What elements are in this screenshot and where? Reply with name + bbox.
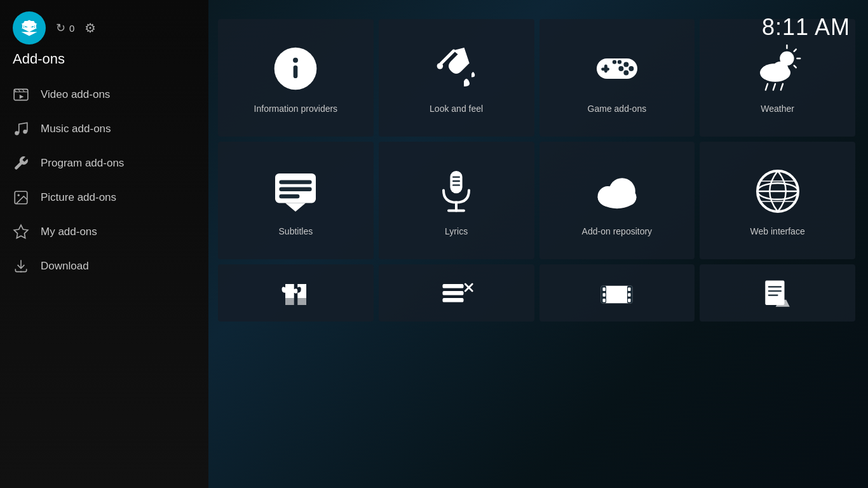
download-label: Download: [41, 260, 89, 273]
lyrics-icon: [431, 166, 482, 217]
grid-item-subtitles[interactable]: Subtitles: [218, 142, 374, 259]
sidebar: ↻ 0 ⚙ Add-ons Video add-ons: [0, 0, 208, 488]
svg-rect-16: [294, 65, 298, 78]
svg-rect-1: [14, 89, 28, 100]
partial-item-4[interactable]: [700, 264, 855, 322]
download-icon: [13, 258, 29, 274]
cloud-icon: [592, 166, 642, 217]
svg-line-30: [794, 50, 796, 51]
puzzle-icon: [278, 277, 313, 312]
subtitles-icon: [270, 166, 321, 217]
svg-line-32: [794, 66, 796, 68]
partial-item-3[interactable]: [539, 264, 695, 322]
weather-icon: [752, 43, 803, 94]
svg-point-15: [293, 58, 298, 63]
sidebar-item-video-addons[interactable]: Video add-ons: [0, 78, 208, 112]
refresh-icon[interactable]: ↻: [56, 21, 65, 35]
subtitles-label: Subtitles: [279, 226, 313, 237]
svg-rect-71: [628, 293, 630, 297]
page-icon: [760, 277, 795, 312]
weather-label: Weather: [761, 103, 794, 114]
program-icon: [13, 155, 29, 172]
grid-item-lyrics[interactable]: Lyrics: [379, 142, 534, 259]
sidebar-item-program-addons[interactable]: Program add-ons: [0, 146, 208, 180]
addon-repository-label: Add-on repository: [582, 226, 653, 237]
sidebar-item-music-addons[interactable]: Music add-ons: [0, 112, 208, 146]
partial-item-2[interactable]: [379, 264, 534, 322]
film-strip-icon: [599, 277, 634, 312]
partial-item-1[interactable]: [218, 264, 374, 322]
svg-rect-61: [442, 298, 463, 302]
svg-point-24: [623, 71, 628, 76]
svg-point-13: [20, 271, 22, 273]
grid-item-game-addons[interactable]: Game add-ons: [539, 19, 695, 137]
globe-icon: [752, 166, 803, 217]
music-addons-label: Music add-ons: [41, 123, 111, 135]
sidebar-header: ↻ 0 ⚙: [0, 0, 208, 51]
openbox-icon: [20, 18, 39, 37]
gamepad-icon: [592, 43, 642, 94]
page-title: Add-ons: [0, 51, 208, 78]
svg-rect-69: [603, 299, 606, 302]
svg-point-26: [613, 60, 616, 64]
picture-addons-label: Picture add-ons: [41, 191, 116, 204]
sidebar-item-picture-addons[interactable]: Picture add-ons: [0, 180, 208, 215]
main-content: 8:11 AM Information providers: [208, 0, 868, 488]
svg-point-22: [623, 62, 628, 67]
svg-rect-60: [442, 291, 463, 295]
svg-point-53: [620, 189, 637, 206]
lyrics-label: Lyrics: [445, 226, 468, 237]
svg-point-23: [628, 66, 634, 71]
svg-marker-43: [285, 203, 306, 212]
svg-point-35: [772, 62, 789, 78]
program-addons-label: Program add-ons: [41, 157, 124, 170]
svg-line-36: [765, 84, 767, 90]
svg-rect-67: [603, 288, 606, 292]
info-circle-icon: [270, 43, 321, 94]
sidebar-item-my-addons[interactable]: My add-ons: [0, 215, 208, 249]
look-and-feel-label: Look and feel: [430, 103, 483, 114]
svg-rect-41: [280, 187, 312, 191]
game-addons-label: Game add-ons: [588, 103, 647, 114]
grid-item-addon-repository[interactable]: Add-on repository: [539, 142, 695, 259]
svg-point-9: [23, 130, 27, 134]
svg-point-8: [15, 131, 19, 135]
svg-rect-70: [628, 288, 630, 292]
sidebar-item-download[interactable]: Download: [0, 249, 208, 283]
svg-rect-40: [280, 180, 312, 184]
music-icon: [13, 121, 29, 137]
grid-item-look-and-feel[interactable]: Look and feel: [379, 19, 534, 137]
look-feel-icon: [431, 43, 482, 94]
svg-point-11: [18, 194, 20, 196]
svg-rect-59: [442, 284, 463, 288]
addon-icon: [13, 11, 46, 44]
svg-rect-21: [601, 68, 609, 71]
star-icon: [13, 224, 29, 240]
addon-grid: Information providers Look and feel: [218, 19, 855, 259]
svg-rect-68: [603, 293, 606, 297]
svg-line-37: [773, 84, 775, 90]
refresh-area: ↻ 0 ⚙: [56, 20, 96, 36]
my-addons-label: My add-ons: [41, 226, 97, 238]
sidebar-nav: Video add-ons Music add-ons Program add-…: [0, 78, 208, 488]
time-display: 8:11 AM: [762, 14, 850, 41]
information-providers-label: Information providers: [254, 103, 338, 114]
video-icon: [13, 86, 29, 103]
svg-rect-42: [280, 194, 300, 198]
svg-marker-7: [20, 95, 24, 99]
grid-item-information-providers[interactable]: Information providers: [218, 19, 374, 137]
video-addons-label: Video add-ons: [41, 88, 110, 101]
svg-rect-44: [451, 171, 463, 193]
svg-point-18: [437, 64, 444, 70]
svg-rect-72: [628, 299, 630, 302]
svg-point-27: [618, 60, 621, 64]
settings-icon[interactable]: ⚙: [85, 20, 96, 36]
svg-line-38: [780, 84, 782, 90]
svg-point-25: [618, 66, 623, 71]
web-interface-label: Web interface: [750, 226, 805, 237]
picture-icon: [13, 189, 29, 206]
grid-item-web-interface[interactable]: Web interface: [700, 142, 855, 259]
refresh-count: 0: [69, 23, 74, 34]
partial-row: [218, 264, 855, 322]
list-x-icon: [439, 277, 474, 312]
